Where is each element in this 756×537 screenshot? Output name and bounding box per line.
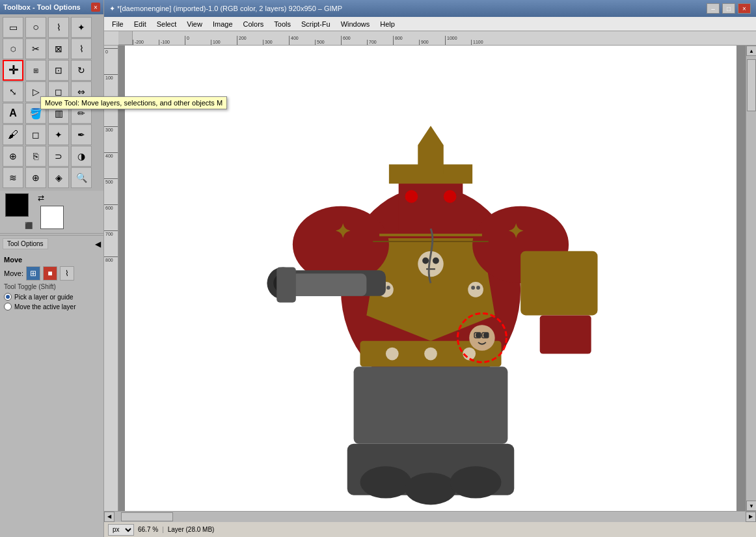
radio-pick-layer[interactable]: Pick a layer or guide	[4, 293, 100, 301]
tool-clone[interactable]: ⎘	[25, 146, 46, 167]
toolbox-close-button[interactable]: ×	[91, 3, 100, 12]
tool-scissors[interactable]: ✂	[25, 38, 46, 59]
tool-by-color[interactable]: ⬡	[3, 38, 23, 59]
tool-toggle-label: Tool Toggle (Shift)	[4, 283, 100, 290]
tool-free-select[interactable]: ⌇	[48, 17, 69, 38]
svg-text:✦: ✦	[334, 221, 351, 242]
unit-selector[interactable]: px % in cm	[108, 524, 134, 536]
scroll-right-button[interactable]: ▶	[746, 512, 756, 522]
v-scroll-track[interactable]	[746, 56, 756, 501]
scroll-left-button[interactable]: ◀	[104, 512, 115, 522]
svg-point-30	[360, 466, 411, 498]
canvas-scroll-area[interactable]: ✦ ✦	[118, 46, 756, 511]
menu-colors[interactable]: Colors	[238, 19, 269, 29]
maximize-button[interactable]: □	[722, 3, 735, 14]
svg-rect-6	[418, 145, 443, 174]
h-scrollbar: ◀ ▶	[104, 511, 756, 521]
tool-foreground-select[interactable]: ⊠	[48, 38, 69, 59]
canvas-area: 0 100 200 300 400 500 600 700 800	[104, 46, 756, 511]
background-color-swatch[interactable]	[40, 206, 64, 229]
tool-smudge[interactable]: ⊃	[48, 146, 69, 167]
menu-edit[interactable]: Edit	[129, 19, 152, 29]
tool-ink[interactable]: ✒	[71, 124, 92, 145]
svg-rect-33	[520, 251, 597, 316]
tool-options-panel: Tool Options ◀ Move Move: ⊞ ■ ⌇ Tool Tog…	[0, 235, 103, 537]
tool-dodge-burn[interactable]: ◑	[71, 146, 92, 167]
tool-scale[interactable]: ⤡	[3, 81, 23, 102]
toolbox-titlebar: Toolbox - Tool Options ×	[0, 0, 103, 14]
tool-options-header: Tool Options ◀	[3, 238, 101, 249]
menu-select[interactable]: Select	[152, 19, 182, 29]
svg-text:✦: ✦	[507, 221, 524, 242]
svg-point-32	[450, 466, 502, 498]
panel-collapse-button[interactable]: ◀	[95, 240, 101, 249]
tool-ellipse-select[interactable]: ○	[25, 17, 46, 38]
tool-align[interactable]: ⊞	[25, 60, 46, 81]
svg-point-40	[483, 333, 489, 338]
h-ruler: -200 -100 0 100 200 300 400 500 600 700 …	[104, 31, 756, 46]
menu-help[interactable]: Help	[375, 19, 400, 29]
zoom-display: 66.7 %	[138, 526, 158, 533]
menu-tools[interactable]: Tools	[269, 19, 296, 29]
move-path-button[interactable]: ⌇	[60, 266, 74, 281]
tool-rect-select[interactable]: ▭	[3, 17, 23, 38]
svg-rect-36	[277, 267, 296, 302]
tool-move[interactable]: ✛	[3, 60, 23, 81]
tool-magnify[interactable]: 🔍	[71, 167, 92, 188]
svg-point-9	[444, 190, 457, 203]
reset-colors-button[interactable]: ⬛	[25, 222, 33, 229]
move-options-section: Move Move: ⊞ ■ ⌇ Tool Toggle (Shift) Pic…	[3, 253, 101, 315]
tool-crop[interactable]: ⊡	[48, 60, 69, 81]
foreground-color-swatch[interactable]	[5, 193, 29, 217]
radio-active-layer[interactable]: Move the active layer	[4, 303, 100, 310]
radio-active-layer-label: Move the active layer	[14, 303, 76, 310]
svg-point-31	[405, 473, 457, 504]
menu-view[interactable]: View	[182, 19, 208, 29]
tool-color-picker[interactable]: ◈	[48, 167, 69, 188]
tool-zoom2[interactable]: ⊕	[25, 167, 46, 188]
close-button[interactable]: ×	[738, 3, 751, 14]
scroll-up-button[interactable]: ▲	[746, 46, 756, 56]
tool-fuzzy-select[interactable]: ✦	[71, 17, 92, 38]
v-scroll-thumb[interactable]	[747, 59, 756, 111]
move-label: Move:	[4, 269, 23, 277]
svg-rect-34	[540, 315, 591, 353]
svg-point-16	[468, 282, 483, 297]
gimp-titlebar: ✦ *[daemonengine] (imported)-1.0 (RGB co…	[104, 0, 756, 17]
minimize-button[interactable]: –	[707, 3, 720, 14]
tool-rotate[interactable]: ↻	[71, 60, 92, 81]
scroll-down-button[interactable]: ▼	[746, 501, 756, 511]
toolbox-title: Toolbox - Tool Options	[3, 3, 81, 11]
h-scroll-thumb[interactable]	[121, 512, 173, 521]
tool-eraser[interactable]: ◻	[25, 124, 46, 145]
menu-image[interactable]: Image	[208, 19, 238, 29]
svg-rect-28	[354, 366, 508, 443]
tool-path[interactable]: ⌇	[71, 38, 92, 59]
swap-colors-button[interactable]: ⇄	[38, 193, 44, 202]
move-section-title: Move	[4, 256, 100, 264]
tool-text[interactable]: A	[3, 103, 23, 124]
toolbox-panel: Toolbox - Tool Options × ▭ ○ ⌇ ✦ ⬡ ✂ ⊠ ⌇…	[0, 0, 104, 537]
divider	[0, 233, 103, 234]
svg-point-39	[476, 333, 481, 338]
image-svg: ✦ ✦	[203, 46, 658, 511]
svg-point-12	[433, 258, 439, 264]
move-layer-button[interactable]: ⊞	[26, 266, 40, 281]
svg-point-15	[386, 286, 390, 290]
menu-windows[interactable]: Windows	[336, 19, 375, 29]
tool-paintbrush[interactable]: 🖌	[3, 124, 23, 145]
radio-pick-layer-circle	[4, 293, 12, 301]
menu-script-fu[interactable]: Script-Fu	[296, 19, 336, 29]
image-canvas: ✦ ✦	[125, 46, 736, 511]
h-scroll-track[interactable]	[115, 512, 746, 522]
tool-options-tab[interactable]: Tool Options	[3, 238, 48, 249]
gimp-title: ✦ *[daemonengine] (imported)-1.0 (RGB co…	[109, 5, 342, 13]
tool-warp[interactable]: ≋	[3, 167, 23, 188]
tool-airbrush[interactable]: ✦	[48, 124, 69, 145]
tool-heal[interactable]: ⊕	[3, 146, 23, 167]
menu-file[interactable]: File	[107, 19, 129, 29]
svg-point-26	[424, 348, 437, 361]
move-selection-button[interactable]: ■	[43, 266, 57, 281]
ruler-h-marks: -200 -100 0 100 200 300 400 500 600 700 …	[133, 36, 497, 45]
v-ruler: 0 100 200 300 400 500 600 700 800	[104, 46, 118, 511]
